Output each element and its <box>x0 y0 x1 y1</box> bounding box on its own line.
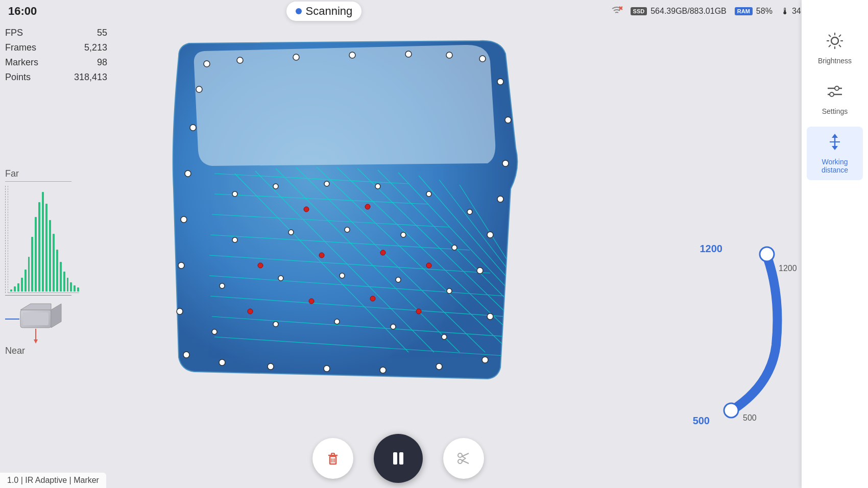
svg-point-70 <box>447 288 452 294</box>
histogram-bar <box>60 262 62 292</box>
ssd-value: 564.39GB/883.01GB <box>650 7 727 16</box>
histogram-bar <box>31 237 33 291</box>
svg-line-99 <box>829 35 831 37</box>
svg-point-40 <box>477 267 483 274</box>
fps-value: 55 <box>97 28 107 38</box>
svg-point-74 <box>391 324 396 329</box>
histogram-bar <box>35 217 37 291</box>
brightness-button[interactable]: Brightness <box>807 26 863 71</box>
svg-point-55 <box>232 191 237 197</box>
markers-label: Markers <box>5 57 38 68</box>
svg-point-64 <box>401 232 406 237</box>
working-distance-icon <box>826 133 844 155</box>
svg-text:1200: 1200 <box>779 264 797 273</box>
svg-line-125 <box>462 456 466 458</box>
svg-point-30 <box>293 54 299 60</box>
svg-point-50 <box>178 262 184 269</box>
svg-point-85 <box>248 309 253 314</box>
scanner-3d-icon <box>5 300 66 346</box>
svg-point-57 <box>324 181 329 186</box>
histogram-bar <box>63 272 65 291</box>
svg-point-52 <box>185 170 191 177</box>
svg-marker-6 <box>34 339 38 344</box>
svg-point-69 <box>396 277 401 282</box>
svg-line-123 <box>462 453 469 456</box>
delete-button[interactable] <box>312 438 353 479</box>
stats-panel: FPS 55 Frames 5,213 Markers 98 Points 31… <box>5 26 107 85</box>
status-badge: Scanning <box>286 2 362 21</box>
svg-text:1200: 1200 <box>700 243 723 254</box>
svg-point-47 <box>219 359 225 365</box>
pause-button[interactable] <box>374 434 423 483</box>
svg-point-38 <box>497 196 503 202</box>
svg-line-101 <box>839 35 841 37</box>
working-distance-arc: 1200 1200 500 500 <box>633 243 797 437</box>
histogram-bar <box>28 257 30 291</box>
working-distance-label: Working distance <box>811 158 859 174</box>
svg-point-62 <box>288 230 294 235</box>
svg-marker-109 <box>832 146 838 150</box>
svg-rect-119 <box>393 452 397 465</box>
svg-point-42 <box>482 357 488 363</box>
histogram-bar <box>74 285 76 291</box>
svg-point-28 <box>204 61 210 67</box>
cut-button[interactable] <box>443 438 484 479</box>
scissors-icon <box>455 450 472 467</box>
trash-icon <box>325 450 341 467</box>
histogram-bar <box>70 282 72 291</box>
svg-line-100 <box>839 45 841 47</box>
svg-point-83 <box>416 309 421 314</box>
svg-point-41 <box>487 313 493 320</box>
frames-value: 5,213 <box>84 42 107 53</box>
histogram-bar <box>38 202 40 292</box>
arrows-vertical-icon <box>826 133 844 151</box>
svg-point-66 <box>220 283 225 288</box>
svg-point-122 <box>458 459 462 463</box>
svg-point-56 <box>273 184 278 189</box>
svg-point-49 <box>177 308 183 314</box>
svg-point-68 <box>340 273 345 278</box>
histogram-bar <box>10 289 12 291</box>
working-distance-button[interactable]: Working distance <box>807 127 863 180</box>
svg-point-51 <box>181 216 187 223</box>
histogram-bar <box>42 192 44 291</box>
histogram-bar <box>25 270 27 291</box>
svg-point-73 <box>334 319 340 324</box>
status-indicator <box>296 8 302 14</box>
frames-stat: Frames 5,213 <box>5 40 107 55</box>
svg-point-60 <box>467 209 472 214</box>
settings-label: Settings <box>822 107 848 115</box>
fps-stat: FPS 55 <box>5 26 107 40</box>
svg-point-78 <box>319 253 324 258</box>
histogram-bar <box>49 220 51 291</box>
brightness-icon <box>826 32 844 54</box>
wifi-status <box>611 6 622 17</box>
svg-point-54 <box>196 86 202 92</box>
far-label: Far <box>5 168 87 179</box>
svg-point-81 <box>370 296 375 301</box>
markers-stat: Markers 98 <box>5 55 107 70</box>
svg-point-89 <box>724 403 738 418</box>
fps-label: FPS <box>5 28 23 38</box>
time-display: 16:00 <box>8 5 37 18</box>
svg-point-106 <box>830 92 834 96</box>
svg-point-36 <box>505 117 511 123</box>
ram-value: 58% <box>756 7 773 16</box>
ssd-badge: SSD <box>631 7 647 15</box>
settings-button[interactable]: Settings <box>807 76 863 121</box>
sun-icon <box>826 32 844 50</box>
points-value: 318,413 <box>74 72 107 83</box>
ram-badge: RAM <box>735 7 753 15</box>
svg-point-121 <box>458 453 462 457</box>
points-stat: Points 318,413 <box>5 70 107 85</box>
svg-point-105 <box>835 86 839 90</box>
top-bar: 16:00 Scanning SSD 564.39GB/883.01GB RAM… <box>0 0 868 22</box>
ram-info: RAM 58% <box>735 7 773 16</box>
svg-point-77 <box>365 204 370 209</box>
svg-point-58 <box>375 184 380 189</box>
histogram-bar <box>67 278 69 291</box>
svg-point-46 <box>268 363 274 370</box>
histogram-area: Far <box>5 168 87 356</box>
working-distance-area: 1200 1200 500 500 <box>633 243 797 447</box>
thermometer-icon: 🌡 <box>781 6 790 17</box>
